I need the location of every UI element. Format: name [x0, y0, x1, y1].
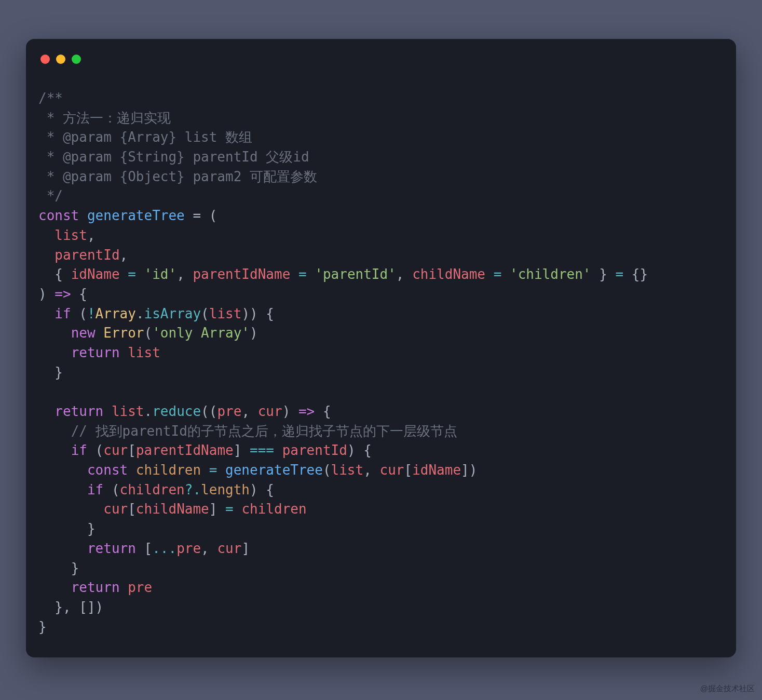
comma: ,	[363, 462, 379, 478]
brace-close: }	[71, 560, 79, 576]
code-window: /** * 方法一：递归实现 * @param {Array} list 数组 …	[26, 39, 736, 657]
kw-const: const	[87, 462, 128, 478]
str-only-array: 'only Array'	[152, 325, 250, 341]
var-pre: pre	[128, 580, 152, 595]
var-cur: cur	[380, 462, 404, 478]
kw-return: return	[71, 580, 120, 595]
comma: ,	[120, 247, 128, 263]
var-cur: cur	[103, 442, 128, 458]
comment-start: /**	[38, 90, 63, 106]
reduce-close: }, [])	[55, 599, 103, 615]
kw-const: const	[38, 208, 79, 223]
bracket-open: [	[128, 501, 136, 517]
prop-length: length	[201, 482, 250, 497]
var-parentid: parentId	[282, 442, 347, 458]
comment-end: */	[38, 188, 63, 204]
brace-close: }	[87, 521, 96, 536]
if-open: (	[87, 442, 103, 458]
op-spread: ...	[152, 541, 176, 556]
comma: ,	[176, 266, 193, 282]
comma: ,	[201, 541, 217, 556]
var-cur: cur	[217, 541, 241, 556]
kw-return: return	[87, 541, 136, 556]
bracket-close: ]	[209, 501, 217, 517]
comment-l2: * @param {Array} list 数组	[38, 129, 252, 145]
param-list: list	[55, 227, 87, 243]
call-open: (	[201, 306, 209, 321]
comma: ,	[396, 266, 412, 282]
body-open: {	[315, 403, 331, 419]
maximize-icon[interactable]	[72, 55, 81, 64]
param-cur: cur	[258, 403, 282, 419]
bracket-open: [	[136, 541, 152, 556]
destruct-close: }	[591, 266, 616, 282]
comment-l3: * @param {String} parentId 父级id	[38, 149, 309, 165]
var-children: children	[241, 501, 306, 517]
close-icon[interactable]	[40, 55, 50, 64]
cond-close: ) {	[250, 482, 274, 497]
param-parentidname: parentIdName	[193, 266, 290, 282]
bracket-open: [	[128, 442, 136, 458]
kw-new: new	[71, 325, 96, 341]
kw-if: if	[71, 442, 87, 458]
var-parentidname: parentIdName	[136, 442, 234, 458]
traffic-lights	[38, 55, 724, 64]
method-reduce: reduce	[152, 403, 201, 419]
kw-if: if	[55, 306, 71, 321]
minimize-icon[interactable]	[56, 55, 65, 64]
param-idname: idName	[71, 266, 120, 282]
var-list: list	[331, 462, 364, 478]
reduce-open: ((	[201, 403, 217, 419]
call-close: )) {	[241, 306, 274, 321]
var-idname: idName	[412, 462, 461, 478]
body-open: {	[71, 286, 87, 302]
fn-name: generateTree	[87, 208, 185, 223]
watermark: @掘金技术社区	[700, 684, 755, 694]
params-close: )	[38, 286, 55, 302]
assign-open: = (	[185, 208, 217, 223]
op-not: !	[87, 306, 96, 321]
dot: .	[144, 403, 153, 419]
if-open: (	[71, 306, 87, 321]
arrow: =>	[298, 403, 315, 419]
kw-if: if	[87, 482, 103, 497]
param-parentid: parentId	[55, 247, 119, 263]
comment-l1: * 方法一：递归实现	[38, 110, 171, 126]
paren-close: )	[282, 403, 298, 419]
if-open: (	[103, 482, 119, 497]
bracket-close: ]	[234, 442, 242, 458]
comment-inline: // 找到parentId的子节点之后，递归找子节点的下一层级节点	[71, 423, 457, 439]
cond-close: ) {	[347, 442, 372, 458]
kw-return: return	[71, 345, 120, 360]
op-assign: =	[217, 501, 241, 517]
var-childname: childName	[136, 501, 209, 517]
fn-close: }	[38, 619, 47, 635]
arrow: =>	[55, 286, 71, 302]
bracket-open: [	[404, 462, 412, 478]
paren-close: )	[469, 462, 478, 478]
bracket-close: ]	[241, 541, 250, 556]
str-children: 'children'	[510, 266, 591, 282]
op-eq: =	[494, 266, 502, 282]
code-block: /** * 方法一：递归实现 * @param {Array} list 数组 …	[38, 89, 724, 637]
param-pre: pre	[217, 403, 241, 419]
class-error: Error	[103, 325, 144, 341]
op-eq: =	[298, 266, 307, 282]
var-children: children	[136, 462, 201, 478]
brace-close: }	[55, 365, 63, 380]
comment-l4: * @param {Object} param2 可配置参数	[38, 169, 317, 184]
param-childname: childName	[412, 266, 485, 282]
var-children: children	[120, 482, 185, 497]
comma: ,	[87, 227, 96, 243]
var-cur: cur	[103, 501, 128, 517]
var-list: list	[128, 345, 160, 360]
kw-return: return	[55, 403, 103, 419]
destruct-open: {	[55, 266, 71, 282]
op-eqeqeq: ===	[241, 442, 282, 458]
var-list: list	[112, 403, 144, 419]
var-pre: pre	[176, 541, 201, 556]
dot: .	[136, 306, 144, 321]
paren-close: )	[250, 325, 258, 341]
comma: ,	[241, 403, 257, 419]
op-assign: =	[201, 462, 225, 478]
